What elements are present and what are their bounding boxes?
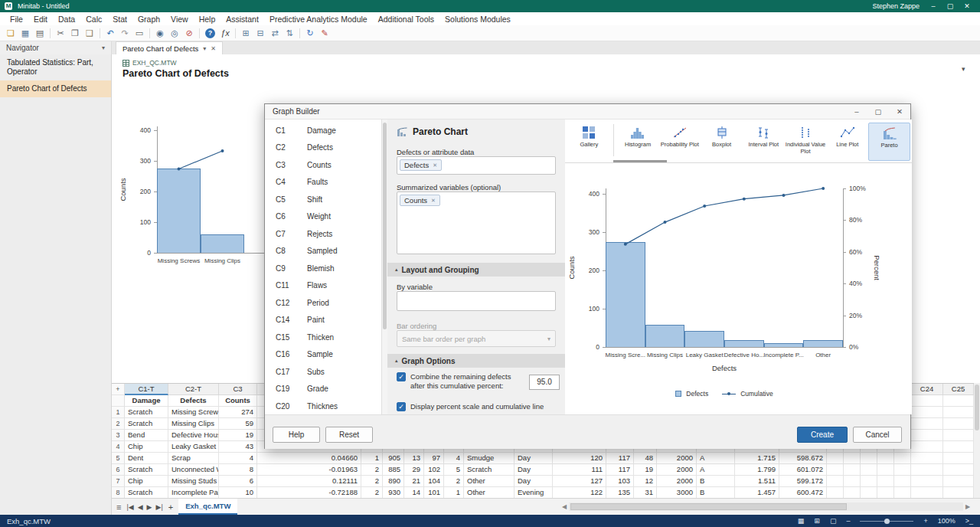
grid-cell[interactable]: 1 <box>444 487 464 499</box>
grid-cell[interactable]: Missing Studs <box>168 476 219 487</box>
grid-cell[interactable]: 120 <box>553 453 606 464</box>
grid-cell[interactable]: 135 <box>606 487 634 499</box>
grid-cell[interactable] <box>911 453 943 464</box>
navigator-item-tabulated-statistics-part-operator[interactable]: Tabulated Statistics: Part, Operator <box>0 54 111 80</box>
cumulative-percent-input[interactable]: 95.0 <box>529 375 560 390</box>
help-button[interactable]: Help <box>273 427 320 443</box>
variable-row-period[interactable]: C12Period <box>265 294 381 312</box>
grid-cell[interactable] <box>844 487 861 499</box>
row-number[interactable]: 3 <box>112 430 125 441</box>
update-graph-icon[interactable]: ↻ <box>303 27 317 40</box>
grid-cell[interactable] <box>861 487 877 499</box>
variable-row-counts[interactable]: C3Counts <box>265 156 381 174</box>
grid-cell[interactable]: B <box>697 487 735 499</box>
dialog-maximize-button[interactable]: ▢ <box>867 104 889 119</box>
gallery-item-pareto[interactable]: Pareto <box>868 123 910 161</box>
scroll-right-icon[interactable]: ▶ <box>963 503 972 510</box>
copy-icon[interactable]: ❐ <box>68 27 82 40</box>
zoom-in-icon[interactable]: + <box>923 517 927 525</box>
grid-cell[interactable] <box>844 453 861 464</box>
row-number[interactable]: 1 <box>112 407 125 418</box>
grid-cell[interactable]: 10 <box>219 487 257 499</box>
variable-row-blemish[interactable]: C9Blemish <box>265 260 381 277</box>
worksheet-nav-icon[interactable]: |◀ <box>126 503 133 511</box>
chip-remove-icon[interactable]: ✕ <box>431 198 436 204</box>
help-icon[interactable]: ? <box>205 28 215 38</box>
chip-remove-icon[interactable]: ✕ <box>433 162 437 169</box>
grid-cell[interactable]: Scrap <box>168 453 219 464</box>
grid-cell[interactable]: 127 <box>553 476 606 487</box>
open-project-icon[interactable]: ❏ <box>4 27 18 40</box>
grid-cell[interactable]: 885 <box>383 464 404 476</box>
defects-field[interactable]: Defects ✕ <box>397 156 556 175</box>
menu-graph[interactable]: Graph <box>132 13 165 25</box>
grid-cell[interactable]: A <box>697 464 735 476</box>
grid-cell[interactable] <box>943 487 974 499</box>
grid-horizontal-scrollbar[interactable]: ◀ ▶ <box>560 502 972 512</box>
scrollbar-thumb[interactable] <box>975 385 979 430</box>
grid-cell[interactable]: 103 <box>606 476 634 487</box>
variable-row-thicknes[interactable]: C20Thicknes <box>265 398 381 414</box>
grid-cell[interactable]: 2 <box>361 476 383 487</box>
grid-cell[interactable]: 598.672 <box>779 453 827 464</box>
grid-cell[interactable]: 1.715 <box>735 453 779 464</box>
menu-help[interactable]: Help <box>194 13 221 25</box>
create-button[interactable]: Create <box>797 427 848 443</box>
menu-calc[interactable]: Calc <box>80 13 107 25</box>
grid-cell[interactable] <box>911 441 943 453</box>
grid-cell[interactable] <box>911 464 943 476</box>
scrollbar-thumb[interactable] <box>383 123 387 329</box>
grid-cell[interactable]: Missing Clips <box>168 418 219 430</box>
grid-cell[interactable]: Scratch <box>125 487 168 499</box>
grid-cell[interactable]: 19 <box>634 464 657 476</box>
row-number[interactable]: 5 <box>112 453 125 464</box>
grid-cell[interactable] <box>943 464 974 476</box>
menu-solutions-modules[interactable]: Solutions Modules <box>439 13 516 25</box>
output-panel-icon[interactable]: ▢ <box>830 517 837 525</box>
user-name[interactable]: Stephen Zappe <box>872 2 920 10</box>
menu-assistant[interactable]: Assistant <box>220 13 264 25</box>
grid-cell[interactable]: 59 <box>219 418 257 430</box>
column-header-c3[interactable]: C3 <box>219 384 257 395</box>
summarized-field[interactable]: Counts ✕ <box>397 191 556 254</box>
grid-cell[interactable] <box>894 453 911 464</box>
worksheet-tab-exh-qc[interactable]: Exh_qc.MTW <box>178 499 237 515</box>
variable-list-scrollbar[interactable] <box>382 119 387 414</box>
grid-cell[interactable]: 43 <box>219 441 257 453</box>
grid-cell[interactable]: 6 <box>219 476 257 487</box>
grid-cell[interactable]: 8 <box>219 464 257 476</box>
grid-cell[interactable]: Chip <box>125 441 168 453</box>
worksheet-nav-icon[interactable]: ◀ <box>138 503 143 511</box>
grid-cell[interactable]: Chip <box>125 476 168 487</box>
cancel-icon[interactable]: ⊘ <box>182 27 196 40</box>
scroll-left-icon[interactable]: ◀ <box>560 503 569 510</box>
grid-cell[interactable] <box>894 464 911 476</box>
add-worksheet-button[interactable]: + <box>168 502 173 512</box>
grid-cell[interactable]: 2 <box>361 464 383 476</box>
variable-row-shift[interactable]: C5Shift <box>265 191 381 208</box>
grid-cell[interactable]: 48 <box>634 453 657 464</box>
grid-cell[interactable]: -0.72188 <box>257 487 361 499</box>
insert-columns-icon[interactable]: ⊟ <box>253 27 267 40</box>
column-header-c1-t[interactable]: C1-T <box>125 384 168 395</box>
grid-cell[interactable]: 600.472 <box>779 487 827 499</box>
row-number[interactable]: 4 <box>112 441 125 453</box>
menu-stat[interactable]: Stat <box>107 13 132 25</box>
grid-cell[interactable]: 905 <box>383 453 404 464</box>
worksheet-panel-icon[interactable]: ⊞ <box>814 517 820 525</box>
grid-cell[interactable]: Other <box>464 487 514 499</box>
grid-cell[interactable]: -0.01963 <box>257 464 361 476</box>
variable-row-subs[interactable]: C17Subs <box>265 363 381 381</box>
grid-cell[interactable] <box>861 476 877 487</box>
command-line-icon[interactable]: >_ <box>965 517 973 525</box>
grid-cell[interactable]: 930 <box>383 487 404 499</box>
gallery-item-gallery[interactable]: Gallery <box>568 123 610 161</box>
variable-chip-counts[interactable]: Counts ✕ <box>400 195 440 206</box>
grid-cell[interactable]: 1.457 <box>735 487 779 499</box>
cancel-button[interactable]: Cancel <box>853 427 902 443</box>
grid-cell[interactable] <box>877 453 894 464</box>
grid-cell[interactable]: Other <box>464 476 514 487</box>
column-name[interactable] <box>911 395 943 407</box>
variable-row-sampled[interactable]: C8Sampled <box>265 243 381 260</box>
gallery-item-interval-plot[interactable]: Interval Plot <box>743 123 785 161</box>
